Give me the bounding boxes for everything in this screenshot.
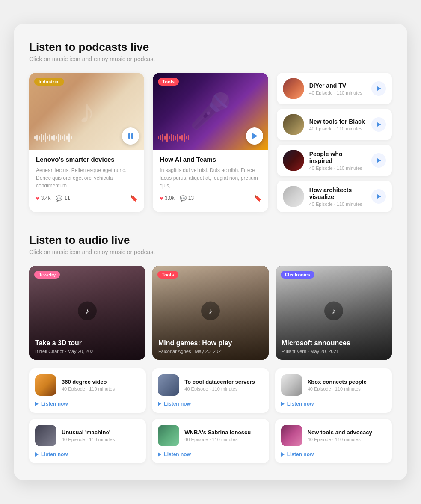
ai-likes: ♥ 3.0k (160, 195, 174, 202)
audio-item-meta-5: 40 Episode · 110 minutes (308, 437, 372, 442)
audio-item-title-0: 360 degree video (62, 379, 115, 385)
audio-list-info-0: 360 degree video 40 Episode · 110 minute… (62, 379, 115, 391)
mini-play-audio-0 (35, 402, 39, 406)
listen-label-2: Listen now (287, 401, 314, 407)
audio-list-top-1: To cool datacenter servers 40 Episode · … (158, 374, 263, 396)
audio-item-title-2: Xbox connects people (308, 379, 367, 385)
listen-btn-3[interactable]: Listen now (35, 451, 140, 457)
waveform-bars-left (34, 133, 72, 142)
mini-play-audio-3 (35, 452, 39, 457)
ai-card-desc: In sagittis dui vel nisl. Duis ac nibh. … (160, 166, 261, 190)
listen-label-0: Listen now (41, 401, 68, 407)
listen-label-1: Listen now (164, 401, 191, 407)
audio-card-content-0: Take a 3D tour Birrell Charlot · May 20,… (29, 333, 145, 360)
list-thumb-0 (283, 78, 304, 99)
audio-card-title-1: Mind games: How play (158, 339, 263, 347)
audio-card-badge-0: Jewelry (34, 271, 60, 279)
list-info-1: New tools for Black 40 Episode · 110 min… (309, 118, 366, 131)
audio-list-top-3: Unusual 'machine' 40 Episode · 110 minut… (35, 425, 140, 446)
audio-item-meta-3: 40 Episode · 110 minutes (62, 437, 115, 442)
pause-icon (128, 133, 133, 139)
mini-play-2 (377, 158, 381, 163)
audio-item-title-3: Unusual 'machine' (62, 429, 115, 436)
list-meta-0: 40 Episode · 110 minutes (309, 90, 366, 95)
music-icon-0: ♪ (78, 302, 97, 320)
list-thumb-3 (283, 186, 304, 207)
waveform-center (158, 133, 189, 142)
list-info-3: How architects visualize 40 Episode · 11… (309, 187, 366, 207)
audio-list-top-5: New tools and advocacy 40 Episode · 110 … (281, 425, 386, 446)
music-icon-2: ♪ (324, 302, 343, 320)
audio-list-item-3: Unusual 'machine' 40 Episode · 110 minut… (29, 419, 146, 463)
audio-section: Listen to audio live Click on music icon… (29, 234, 392, 463)
list-play-btn-2[interactable] (371, 153, 386, 168)
audio-list-info-1: To cool datacenter servers 40 Episode · … (184, 379, 255, 391)
list-play-btn-0[interactable] (371, 81, 386, 96)
podcast-list-item: People who inspired 40 Episode · 110 min… (277, 145, 392, 176)
audio-list-item-0: 360 degree video 40 Episode · 110 minute… (29, 368, 146, 413)
podcasts-title: Listen to podcasts live (29, 41, 392, 54)
listen-label-3: Listen now (41, 451, 68, 457)
audio-card-large-2[interactable]: Electronics ♪ Microsoft announces Pilila… (276, 266, 392, 360)
waveform-bars-center (158, 133, 189, 142)
play-icon-ai (252, 133, 258, 139)
audio-list-item-5: New tools and advocacy 40 Episode · 110 … (275, 419, 392, 463)
list-info-0: DIYer and TV 40 Episode · 110 minutes (309, 82, 366, 95)
list-play-btn-3[interactable] (371, 189, 386, 204)
audio-card-badge-2: Electronics (281, 271, 314, 279)
listen-btn-0[interactable]: Listen now (35, 401, 140, 407)
podcast-list: DIYer and TV 40 Episode · 110 minutes Ne… (277, 73, 392, 212)
audio-card-title-2: Microsoft announces (282, 339, 386, 347)
lenovo-card-image: ♪ Industrial (29, 73, 144, 150)
audio-item-title-4: WNBA's Sabrina Ionescu (184, 429, 251, 436)
listen-btn-1[interactable]: Listen now (158, 401, 263, 407)
audio-item-title-1: To cool datacenter servers (184, 379, 255, 385)
list-play-btn-1[interactable] (371, 117, 386, 132)
lenovo-badge: Industrial (34, 78, 64, 86)
bookmark-icon[interactable]: 🔖 (130, 195, 137, 202)
audio-card-large-1[interactable]: Tools ♪ Mind games: How play Falconar Ag… (152, 266, 269, 360)
audio-card-meta-1: Falconar Agnes · May 20, 2021 (158, 349, 263, 354)
audio-item-meta-1: 40 Episode · 110 minutes (184, 386, 255, 391)
comment-icon: 💬 (56, 195, 62, 202)
listen-label-4: Listen now (164, 451, 191, 457)
waveform-left (34, 133, 72, 142)
listen-btn-4[interactable]: Listen now (158, 451, 263, 457)
audio-thumb-5 (281, 425, 302, 446)
list-title-2: People who inspired (309, 151, 366, 164)
list-meta-2: 40 Episode · 110 minutes (309, 166, 366, 171)
listen-label-5: Listen now (287, 451, 314, 457)
listen-btn-2[interactable]: Listen now (281, 401, 386, 407)
audio-thumb-2 (281, 374, 302, 396)
audio-list-top-0: 360 degree video 40 Episode · 110 minute… (35, 374, 140, 396)
ai-comments: 💬 13 (180, 195, 194, 202)
list-meta-1: 40 Episode · 110 minutes (309, 126, 366, 131)
audio-card-content-2: Microsoft announces Pililant Vern · May … (276, 333, 392, 360)
bookmark-icon-2[interactable]: 🔖 (254, 195, 261, 202)
list-title-3: How architects visualize (309, 187, 366, 200)
lenovo-card-desc: Aenean lectus. Pellentesque eget nunc. D… (36, 166, 137, 190)
list-meta-3: 40 Episode · 110 minutes (309, 202, 366, 207)
lenovo-likes: ♥ 3.4k (36, 195, 50, 202)
ai-card-title: How AI and Teams (160, 156, 261, 163)
ai-play-btn[interactable] (246, 127, 263, 145)
audio-list-top-4: WNBA's Sabrina Ionescu 40 Episode · 110 … (158, 425, 263, 446)
audio-card-large-0[interactable]: Jewelry ♪ Take a 3D tour Birrell Charlot… (29, 266, 145, 360)
audio-thumb-4 (158, 425, 179, 446)
music-icon-1: ♪ (201, 302, 220, 320)
podcasts-section: Listen to podcasts live Click on music i… (29, 41, 392, 212)
audio-list-item-2: Xbox connects people 40 Episode · 110 mi… (275, 368, 392, 413)
listen-btn-5[interactable]: Listen now (281, 451, 386, 457)
podcast-list-item: New tools for Black 40 Episode · 110 min… (277, 109, 392, 140)
podcasts-subtitle: Click on music icon and enjoy music or p… (29, 56, 392, 62)
audio-card-title-0: Take a 3D tour (35, 339, 139, 347)
audio-title: Listen to audio live (29, 234, 392, 247)
mini-play-audio-2 (281, 402, 285, 406)
audio-list-info-3: Unusual 'machine' 40 Episode · 110 minut… (62, 429, 115, 442)
lenovo-card-footer: ♥ 3.4k 💬 11 🔖 (36, 195, 137, 202)
audio-thumb-1 (158, 374, 179, 396)
ai-card-footer: ♥ 3.0k 💬 13 🔖 (160, 195, 261, 202)
list-title-1: New tools for Black (309, 118, 366, 125)
mini-play-audio-4 (158, 452, 161, 457)
podcast-card-ai: 🎤 Tools (153, 73, 268, 212)
